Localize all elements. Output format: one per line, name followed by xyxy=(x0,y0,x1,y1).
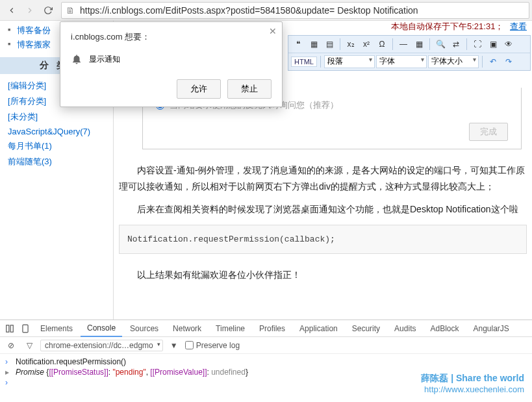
url-text: https://i.cnblogs.com/EditPosts.aspx?pos… xyxy=(80,5,418,16)
prompt-icon: › xyxy=(5,357,12,366)
close-icon[interactable]: ✕ xyxy=(269,26,277,36)
devtools-filterbar: ⊘ ▽ chrome-extension://dc…edgmo ▼ Preser… xyxy=(0,337,532,354)
paragraph-2: 后来在查阅相关资料的时候发现了浏览器桌面通知这个功能，也就是Desktop No… xyxy=(119,201,527,218)
tab-elements[interactable]: Elements xyxy=(34,320,79,337)
page-icon: 🗎 xyxy=(66,5,76,16)
tab-security[interactable]: Security xyxy=(346,320,386,337)
code-block: Notification.requestPermission(callback)… xyxy=(119,225,527,254)
sidebar-item-js[interactable]: JavaScript&JQuery(7) xyxy=(8,125,113,138)
done-button[interactable]: 完成 xyxy=(469,123,508,141)
allow-button[interactable]: 允许 xyxy=(177,79,221,99)
paragraph-1: 内容设置-通知-例外管理，发现了消息通知的的来源，是各大网站的设定的端口号，可知… xyxy=(119,162,527,195)
clear-console-icon[interactable]: ⊘ xyxy=(4,338,18,353)
quote-icon[interactable]: ❝ xyxy=(291,38,305,51)
sidebar-item-frontend[interactable]: 前端随笔(3) xyxy=(8,154,113,170)
preserve-log-checkbox[interactable] xyxy=(185,341,194,349)
svg-rect-0 xyxy=(6,325,9,332)
sup-icon[interactable]: x² xyxy=(359,38,374,51)
article-text: 内容设置-通知-例外管理，发现了消息通知的的来源，是各大网站的设定的端口号，可知… xyxy=(119,149,532,283)
expand-icon[interactable]: ▸ xyxy=(5,368,12,377)
media-icon[interactable]: ▣ xyxy=(486,38,500,51)
block-icon[interactable]: ▦ xyxy=(307,38,321,51)
device-icon[interactable] xyxy=(18,321,32,336)
tab-profiles[interactable]: Profiles xyxy=(253,320,292,337)
watermark-title: 薛陈磊 | Share the world xyxy=(421,373,524,384)
sidebar-item-uncat[interactable]: [未分类] xyxy=(8,109,113,125)
preview-icon[interactable]: 👁 xyxy=(501,38,516,51)
find-icon[interactable]: 🔍 xyxy=(433,38,448,51)
preserve-log[interactable]: Preserve log xyxy=(185,341,240,350)
devtools-tabs: Elements Console Sources Network Timelin… xyxy=(0,320,532,337)
fontsize-select[interactable]: 字体大小 xyxy=(428,55,479,68)
tab-timeline[interactable]: Timeline xyxy=(209,320,251,337)
redo-icon[interactable]: ↷ xyxy=(501,55,516,68)
replace-icon[interactable]: ⇄ xyxy=(449,38,463,51)
tab-application[interactable]: Application xyxy=(293,320,344,337)
prompt-icon[interactable]: › xyxy=(5,378,12,387)
tab-sources[interactable]: Sources xyxy=(123,320,165,337)
url-bar[interactable]: 🗎 https://i.cnblogs.com/EditPosts.aspx?p… xyxy=(61,2,529,19)
undo-icon[interactable]: ↶ xyxy=(486,55,500,68)
tab-adblock[interactable]: AdBlock xyxy=(424,320,465,337)
bell-icon xyxy=(71,53,82,65)
forward-button[interactable] xyxy=(21,3,39,18)
reload-button[interactable] xyxy=(39,3,57,18)
inspect-icon[interactable] xyxy=(3,321,17,336)
svg-rect-1 xyxy=(10,325,13,332)
permission-origin: i.cnblogs.com 想要： xyxy=(71,31,272,43)
preserve-log-label: Preserve log xyxy=(196,341,240,350)
tab-network[interactable]: Network xyxy=(166,320,208,337)
permission-dialog: ✕ i.cnblogs.com 想要： 显示通知 允许 禁止 xyxy=(60,21,283,107)
tab-console[interactable]: Console xyxy=(81,320,122,337)
editor-toolbar: ❝ ▦ ▤ x₂ x² Ω — ▦ 🔍 ⇄ ⛶ ▣ 👁 HTML xyxy=(288,35,531,71)
autosave-view-link[interactable]: 查看 xyxy=(510,21,527,31)
watermark: 薛陈磊 | Share the world http://www.xuechen… xyxy=(421,373,524,394)
autosave-text: 本地自动保存于下午5:21:31； xyxy=(391,21,503,31)
context-select[interactable]: chrome-extension://dc…edgmo xyxy=(40,340,163,351)
sub-icon[interactable]: x₂ xyxy=(344,38,358,51)
permission-label: 显示通知 xyxy=(89,54,120,65)
console-input-1: Notification.requestPermission() xyxy=(16,357,126,366)
html-button[interactable]: HTML xyxy=(291,57,317,67)
hr-icon[interactable]: — xyxy=(396,38,411,51)
omega-icon[interactable]: Ω xyxy=(375,38,389,51)
sidebar-item-monthly[interactable]: 每月书单(1) xyxy=(8,138,113,154)
filter-funnel-icon[interactable]: ▼ xyxy=(167,338,181,353)
tab-audits[interactable]: Audits xyxy=(388,320,422,337)
format-select[interactable]: 段落 xyxy=(324,55,375,68)
back-button[interactable] xyxy=(3,3,21,18)
code-icon[interactable]: ▤ xyxy=(322,38,336,51)
autosave-bar: 本地自动保存于下午5:21:31； 查看 xyxy=(288,21,532,32)
font-select[interactable]: 字体 xyxy=(376,55,427,68)
console-output-1: Promise {[[PromiseStatus]]: "pending", [… xyxy=(16,368,248,377)
paragraph-3: 以上结果如有纰漏欢迎各位小伙伴指正！ xyxy=(119,267,527,283)
table-icon[interactable]: ▦ xyxy=(412,38,426,51)
deny-button[interactable]: 禁止 xyxy=(227,79,272,99)
fullscreen-icon[interactable]: ⛶ xyxy=(470,38,485,51)
filter-icon[interactable]: ▽ xyxy=(22,338,36,353)
tab-angularjs[interactable]: AngularJS xyxy=(467,320,516,337)
watermark-url: http://www.xuechenlei.com xyxy=(421,384,524,394)
browser-navbar: 🗎 https://i.cnblogs.com/EditPosts.aspx?p… xyxy=(0,0,532,21)
svg-rect-2 xyxy=(23,325,28,333)
